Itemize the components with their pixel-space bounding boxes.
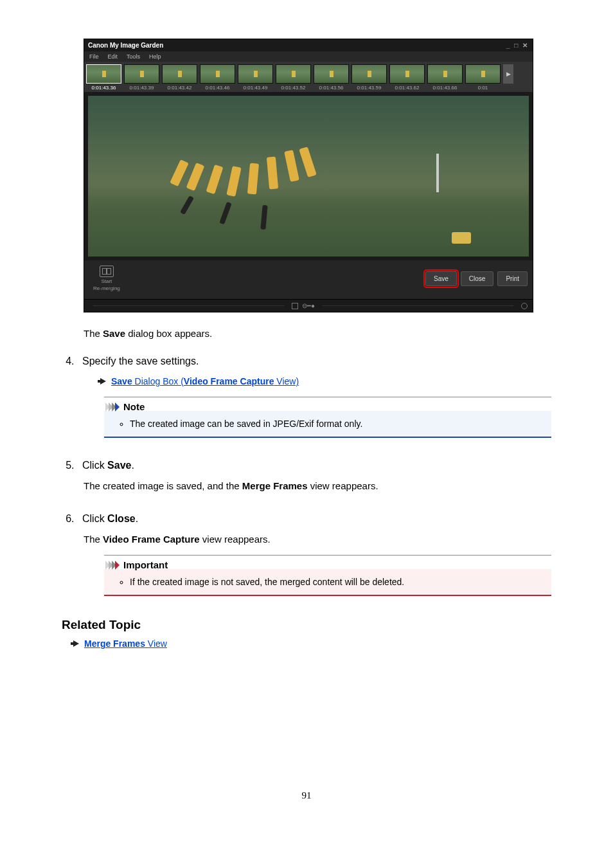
menu-tools: Tools [127,53,140,60]
frame-timestamp: 0:01:43.39 [130,85,154,91]
important-chevron-icon [107,561,120,570]
frame-thumb [465,64,501,84]
status-zoom-icon: ⊖━● [302,302,315,309]
frame-thumb [124,64,159,84]
step-4: Specify the save settings. Save Dialog B… [77,356,551,438]
save-dialog-link[interactable]: Save Dialog Box (Video Frame Capture Vie… [111,376,299,386]
important-callout: Important If the created image is not sa… [104,555,551,596]
frame-thumb [276,64,311,84]
frame-thumb [238,64,273,84]
frame-thumb [162,64,197,84]
link-arrow-icon [73,640,79,647]
frame-timestamp: 0:01:43.56 [319,85,344,91]
step-5: Click Save. The created image is saved, … [77,460,551,491]
frame-thumb [389,64,425,84]
menu-help: Help [149,53,161,60]
note-label: Note [123,401,145,412]
remerge-icon [100,266,114,277]
note-item: The created image can be saved in JPEG/E… [130,419,551,429]
frame-timestamp: 0:01:43.36 [92,85,116,91]
save-dialog-text: The Save dialog box appears. [84,328,551,339]
window-controls: _ □ ✕ [506,42,529,49]
status-plus-icon [521,303,528,309]
merge-frames-link[interactable]: Merge Frames View [84,638,167,649]
app-bottom-bar: Start Re-merging Save Close Print [84,260,533,299]
frame-timestamp: 0:01:43.49 [244,85,268,91]
step-6: Click Close. The Video Frame Capture vie… [77,513,551,596]
save-button-highlighted: Save [425,271,457,286]
frame-timestamp: 0:01:43.42 [168,85,192,91]
print-button: Print [497,271,528,286]
frame-timestamp: 0:01:43.62 [395,85,420,91]
close-button: Close [461,271,494,286]
frame-thumb [351,64,387,84]
menu-edit: Edit [108,53,118,60]
frame-timestamp: 0:01 [478,85,488,91]
frame-timestamp: 0:01:43.66 [433,85,458,91]
frame-thumb [427,64,463,84]
frame-thumbnail-strip: 0:01:43.36 0:01:43.39 0:01:43.42 0:01:43… [84,62,533,92]
status-icon [292,303,298,309]
merged-preview [88,96,529,257]
menu-file: File [89,53,99,60]
page-number: 91 [62,790,551,801]
app-titlebar: Canon My Image Garden _ □ ✕ [84,39,533,51]
frame-timestamp: 0:01:43.46 [206,85,230,91]
related-topic-heading: Related Topic [62,618,551,632]
note-chevron-icon [107,402,120,411]
start-remerging-button: Start Re-merging [89,264,124,293]
app-menubar: File Edit Tools Help [84,51,533,62]
note-callout: Note The created image can be saved in J… [104,397,551,438]
app-screenshot: Canon My Image Garden _ □ ✕ File Edit To… [84,39,551,312]
important-item: If the created image is not saved, the m… [130,577,551,587]
app-status-bar: ⊖━● [84,299,533,312]
app-title: Canon My Image Garden [88,42,163,49]
strip-scroll-right-icon: ▶ [503,64,513,84]
frame-thumb [86,64,121,84]
frame-timestamp: 0:01:43.59 [357,85,382,91]
link-arrow-icon [100,378,106,384]
frame-thumb [314,64,349,84]
frame-thumb [200,64,235,84]
frame-timestamp: 0:01:43.52 [281,85,306,91]
important-label: Important [123,559,168,570]
